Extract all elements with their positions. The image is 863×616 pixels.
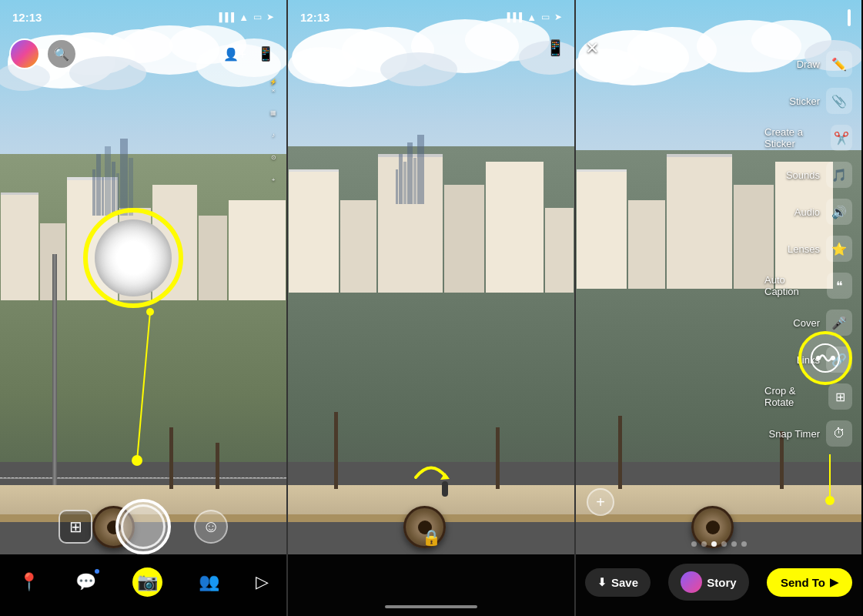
nav-camera[interactable]: 📷 xyxy=(132,567,162,597)
sticker-item[interactable]: Sticker 📎 xyxy=(761,83,855,119)
filter-btn[interactable]: ▦ xyxy=(270,108,276,116)
skyline-2 xyxy=(396,135,424,204)
sticker-icon-btn[interactable]: 📎 xyxy=(826,88,852,114)
action-bar: ⬇ Save Story Send To ▶ xyxy=(576,554,861,616)
lenses-icon-btn[interactable]: ⭐ xyxy=(826,236,852,262)
svg-point-19 xyxy=(380,52,457,86)
nav-stories[interactable]: ▷ xyxy=(256,572,269,592)
draw-item[interactable]: Draw ✏️ xyxy=(761,46,855,82)
dot-4 xyxy=(721,541,727,547)
snap-timer-icon-btn[interactable]: ⏱ xyxy=(826,420,852,447)
tree-3 xyxy=(334,412,338,489)
crop-rotate-icon-btn[interactable]: ⊞ xyxy=(828,383,852,410)
add-friend-btn[interactable]: 👤+ xyxy=(223,42,246,65)
top-controls-1: 🔍 👤+ 📱 xyxy=(0,38,286,69)
dot-1 xyxy=(691,541,697,547)
wifi-icon-2: ▲ xyxy=(527,12,537,23)
tree-4 xyxy=(496,427,500,489)
phone-icon-p2[interactable]: 📱 xyxy=(546,38,565,57)
camera-switch-btn[interactable]: ⊙ xyxy=(271,152,276,161)
music-btn[interactable]: ♪ xyxy=(272,130,275,139)
shutter-area: ⊞ ☺ xyxy=(0,499,286,554)
lock-btn[interactable]: 🔒 xyxy=(422,528,441,547)
auto-caption-item[interactable]: Auto Caption ❝ xyxy=(761,268,855,303)
location-arrow-icon: ➤ xyxy=(266,12,274,22)
flash-icon: ⚡ xyxy=(269,79,277,85)
draw-label: Draw xyxy=(797,59,820,70)
memories-btn[interactable]: ⊞ xyxy=(59,510,92,544)
save-label: Save xyxy=(611,576,638,589)
svg-point-15 xyxy=(288,47,357,84)
edit-controls: Draw ✏️ Sticker 📎 Create a Sticker ✂️ So… xyxy=(761,46,861,451)
sounds-label: Sounds xyxy=(786,169,820,181)
close-btn[interactable]: ✕ xyxy=(585,38,599,59)
story-btn[interactable]: Story xyxy=(668,564,748,601)
status-bar-1: 12:13 ▐▐▐ ▲ ▭ ➤ xyxy=(0,0,286,34)
smiley-btn[interactable]: ☺ xyxy=(194,510,228,544)
pencil-icon: ✏️ xyxy=(831,57,847,72)
battery-icon: ▭ xyxy=(253,12,262,22)
audio-icon-btn[interactable]: 🔊 xyxy=(826,199,852,225)
auto-caption-label: Auto Caption xyxy=(764,274,821,297)
phone-icon: 📱 xyxy=(257,45,274,62)
flash-btn[interactable]: ⚡ × xyxy=(269,77,277,94)
create-sticker-icon-btn[interactable]: ✂️ xyxy=(831,125,852,151)
tree-5 xyxy=(618,416,622,489)
camera-switch-icon: ⊙ xyxy=(271,154,276,161)
signal-icon-2: ▐▐▐ xyxy=(504,12,522,22)
bottom-nav-1: 📍 💬 📷 👥 ▷ xyxy=(0,554,286,616)
bottom-bar-2 xyxy=(288,554,574,616)
create-sticker-item[interactable]: Create a Sticker ✂️ xyxy=(761,120,855,156)
snap-timer-label: Snap Timer xyxy=(769,428,820,440)
flash-off-indicator: × xyxy=(272,87,276,94)
status-icons-1: ▐▐▐ ▲ ▭ ➤ xyxy=(216,12,274,23)
right-controls-1: ⚡ × ▦ ♪ ⊙ + xyxy=(269,77,277,183)
lenses-highlight-circle[interactable] xyxy=(798,331,852,385)
auto-caption-icon-btn[interactable]: ❝ xyxy=(827,273,852,299)
mic-icon: 🎤 xyxy=(831,316,847,330)
draw-icon-btn[interactable]: ✏️ xyxy=(826,51,852,77)
plus-overlay-btn[interactable]: + xyxy=(587,488,614,516)
lenses-highlight-icon xyxy=(808,341,843,376)
signal-icon: ▐▐▐ xyxy=(216,12,234,22)
zoom-ring xyxy=(83,208,183,308)
nav-map[interactable]: 📍 xyxy=(18,572,39,592)
chat-icon: 💬 xyxy=(75,572,96,592)
crop-rotate-item[interactable]: Crop & Rotate ⊞ xyxy=(761,379,855,414)
camera-icon: 📷 xyxy=(137,572,158,591)
panel-2: 12:13 ▐▐▐ ▲ ▭ ➤ 📱 🔒 xyxy=(288,0,576,616)
send-to-btn[interactable]: Send To ▶ xyxy=(767,568,852,597)
send-arrow-icon: ▶ xyxy=(830,576,838,588)
zoom-circle xyxy=(83,208,183,308)
filter-icon: ▦ xyxy=(270,109,276,116)
friends-icon: 👥 xyxy=(199,572,219,592)
shutter-btn[interactable] xyxy=(115,499,171,554)
phone-btn[interactable]: 📱 xyxy=(254,42,277,65)
audio-label: Audio xyxy=(794,206,820,218)
dot-2 xyxy=(701,541,707,547)
tree-2 xyxy=(216,443,219,489)
yellow-arrow-svg xyxy=(408,454,454,485)
story-avatar xyxy=(681,571,702,593)
sticker-icon: 📎 xyxy=(831,94,847,109)
avatar-1[interactable] xyxy=(9,38,40,69)
lenses-item[interactable]: Lenses ⭐ xyxy=(761,231,855,266)
speaker-icon: 🔊 xyxy=(831,205,847,219)
add-btn[interactable]: + xyxy=(272,175,276,183)
shutter-inner xyxy=(121,504,166,549)
nav-friends[interactable]: 👥 xyxy=(199,572,219,592)
snap-timer-item[interactable]: Snap Timer ⏱ xyxy=(761,416,855,451)
nav-chat[interactable]: 💬 xyxy=(75,572,96,592)
cover-item[interactable]: Cover 🎤 xyxy=(761,305,855,340)
add-friend-icon: 👤+ xyxy=(223,47,246,62)
sounds-icon-btn[interactable]: 🎵 xyxy=(826,162,852,188)
svg-point-28 xyxy=(816,356,821,360)
sounds-item[interactable]: Sounds 🎵 xyxy=(761,157,855,192)
audio-item[interactable]: Audio 🔊 xyxy=(761,194,855,229)
plus-icon: + xyxy=(272,176,276,183)
sticker-label: Sticker xyxy=(789,95,820,107)
save-btn[interactable]: ⬇ Save xyxy=(585,568,651,597)
dot-3-active xyxy=(711,541,717,547)
page-dots xyxy=(691,541,747,547)
search-btn[interactable]: 🔍 xyxy=(48,40,75,68)
